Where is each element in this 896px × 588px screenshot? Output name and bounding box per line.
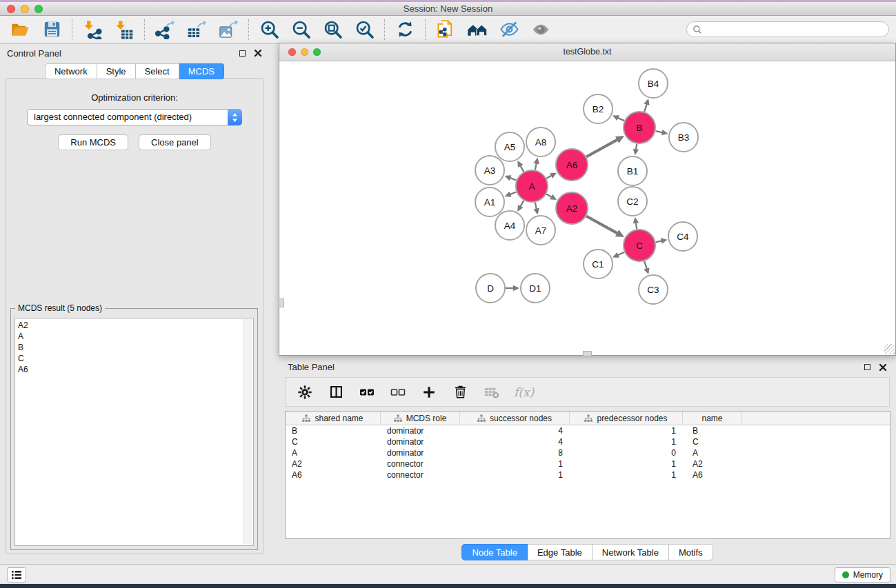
- graph-node-A6[interactable]: A6: [556, 149, 588, 181]
- edge-A6-B[interactable]: [586, 139, 617, 156]
- graph-node-D1[interactable]: D1: [521, 274, 550, 303]
- home-layout-icon[interactable]: [467, 19, 488, 40]
- cell-MCDS-role[interactable]: dominator: [381, 437, 460, 447]
- network-window-titlebar[interactable]: testGlobe.txt: [279, 43, 895, 61]
- mcds-result-item[interactable]: B: [18, 342, 242, 353]
- select-all-icon[interactable]: [359, 384, 375, 401]
- graph-node-C4[interactable]: C4: [668, 222, 697, 251]
- edge-B-B4[interactable]: [644, 104, 647, 112]
- float-panel-icon[interactable]: [239, 50, 246, 57]
- cell-predecessor-nodes[interactable]: 1: [570, 459, 683, 469]
- cell-MCDS-role[interactable]: connector: [381, 459, 460, 469]
- zoom-selected-icon[interactable]: [354, 19, 375, 40]
- show-column-icon[interactable]: [328, 384, 344, 401]
- edge-A-A5[interactable]: [520, 165, 524, 172]
- edge-B-B1[interactable]: [636, 144, 637, 150]
- tab-node-table[interactable]: Node Table: [461, 544, 528, 560]
- mcds-result-item[interactable]: A2: [18, 320, 242, 331]
- tab-select[interactable]: Select: [136, 63, 179, 79]
- edge-A-A6[interactable]: [546, 176, 552, 179]
- edge-A-A8[interactable]: [535, 163, 537, 170]
- zoom-out-icon[interactable]: [290, 19, 311, 40]
- table-settings-gear-icon[interactable]: [297, 384, 313, 401]
- graph-node-B3[interactable]: B3: [669, 123, 698, 152]
- edge-B-B3[interactable]: [655, 131, 662, 132]
- network-canvas[interactable]: B4B2BB3A8A5A6A3B1AC2A1A2A4A7C4CC1DD1C3: [279, 61, 895, 355]
- import-table-icon[interactable]: [114, 19, 135, 40]
- tab-edge-table[interactable]: Edge Table: [528, 544, 593, 560]
- memory-button[interactable]: Memory: [835, 567, 890, 582]
- bottom-scroll-handle[interactable]: [583, 351, 592, 356]
- node-table[interactable]: shared nameMCDS rolesuccessor nodesprede…: [285, 411, 890, 539]
- edge-A-A2[interactable]: [546, 194, 552, 197]
- import-network-icon[interactable]: [82, 19, 103, 40]
- cell-successor-nodes[interactable]: 4: [460, 437, 570, 447]
- tab-style[interactable]: Style: [97, 63, 136, 79]
- graph-node-C2[interactable]: C2: [618, 187, 647, 216]
- close-panel-icon[interactable]: [254, 49, 262, 57]
- edge-A-A4[interactable]: [520, 201, 524, 207]
- criterion-dropdown[interactable]: largest connected component (directed): [27, 109, 242, 125]
- column-header-successor-nodes[interactable]: successor nodes: [460, 412, 570, 425]
- cell-name[interactable]: A2: [683, 459, 742, 469]
- graph-node-C1[interactable]: C1: [584, 250, 613, 278]
- cell-MCDS-role[interactable]: dominator: [381, 448, 460, 458]
- left-scroll-handle[interactable]: [279, 298, 284, 307]
- export-network-icon[interactable]: [155, 19, 175, 40]
- tab-network-table[interactable]: Network Table: [593, 544, 669, 560]
- edge-C-C2[interactable]: [636, 223, 637, 230]
- graph-node-B4[interactable]: B4: [639, 69, 668, 98]
- cell-name[interactable]: B: [683, 426, 742, 436]
- cell-predecessor-nodes[interactable]: 0: [570, 448, 683, 458]
- export-image-icon[interactable]: [218, 19, 239, 40]
- deselect-all-icon[interactable]: [390, 384, 406, 401]
- graph-node-A2[interactable]: A2: [556, 192, 588, 224]
- table-row[interactable]: Bdominator41B: [286, 425, 890, 436]
- graph-node-B2[interactable]: B2: [584, 94, 613, 123]
- mcds-result-item[interactable]: A6: [18, 364, 242, 375]
- edge-C-C3[interactable]: [644, 261, 647, 270]
- cell-successor-nodes[interactable]: 8: [460, 448, 570, 458]
- save-session-icon[interactable]: [41, 19, 62, 40]
- cell-shared-name[interactable]: A6: [286, 470, 381, 480]
- cell-successor-nodes[interactable]: 1: [460, 459, 570, 469]
- cell-name[interactable]: C: [683, 437, 742, 447]
- graph-node-A1[interactable]: A1: [475, 187, 504, 216]
- edge-C-C1[interactable]: [617, 252, 624, 255]
- run-mcds-button[interactable]: Run MCDS: [58, 134, 128, 150]
- cell-shared-name[interactable]: C: [286, 437, 381, 447]
- column-header-name[interactable]: name: [683, 412, 742, 425]
- toolbar-search[interactable]: [686, 21, 889, 37]
- zoom-fit-icon[interactable]: [322, 19, 343, 40]
- graph-node-B[interactable]: B: [624, 112, 655, 143]
- close-panel-button[interactable]: Close panel: [139, 134, 211, 150]
- show-details-icon[interactable]: [530, 19, 551, 40]
- refresh-icon[interactable]: [395, 19, 415, 40]
- cell-successor-nodes[interactable]: 4: [460, 426, 570, 436]
- close-table-panel-icon[interactable]: [879, 363, 887, 372]
- delete-column-icon[interactable]: [452, 384, 468, 401]
- mcds-result-item[interactable]: C: [18, 353, 242, 364]
- table-row[interactable]: A2connector11A2: [286, 458, 890, 469]
- cell-shared-name[interactable]: B: [286, 426, 381, 436]
- resize-grip[interactable]: [884, 344, 895, 354]
- table-row[interactable]: Adominator80A: [286, 447, 890, 458]
- edge-A-A7[interactable]: [535, 203, 537, 210]
- cell-shared-name[interactable]: A: [286, 448, 381, 458]
- cell-name[interactable]: A6: [683, 470, 742, 480]
- cell-predecessor-nodes[interactable]: 1: [570, 437, 683, 447]
- graph-node-A7[interactable]: A7: [526, 216, 555, 245]
- column-header-predecessor-nodes[interactable]: predecessor nodes: [570, 412, 683, 425]
- mcds-result-item[interactable]: A: [18, 331, 242, 342]
- search-input[interactable]: [706, 25, 883, 34]
- edge-B-B2[interactable]: [617, 118, 624, 121]
- open-file-icon[interactable]: [10, 19, 30, 40]
- graph-node-A[interactable]: A: [516, 170, 548, 202]
- new-network-from-file-icon[interactable]: [435, 19, 456, 40]
- edge-A2-C[interactable]: [586, 216, 617, 234]
- export-table-icon[interactable]: [186, 19, 207, 40]
- graph-node-A5[interactable]: A5: [495, 132, 524, 161]
- tab-motifs[interactable]: Motifs: [669, 544, 713, 560]
- zoom-in-icon[interactable]: [259, 19, 279, 40]
- mcds-list-scrollbar[interactable]: [243, 319, 252, 545]
